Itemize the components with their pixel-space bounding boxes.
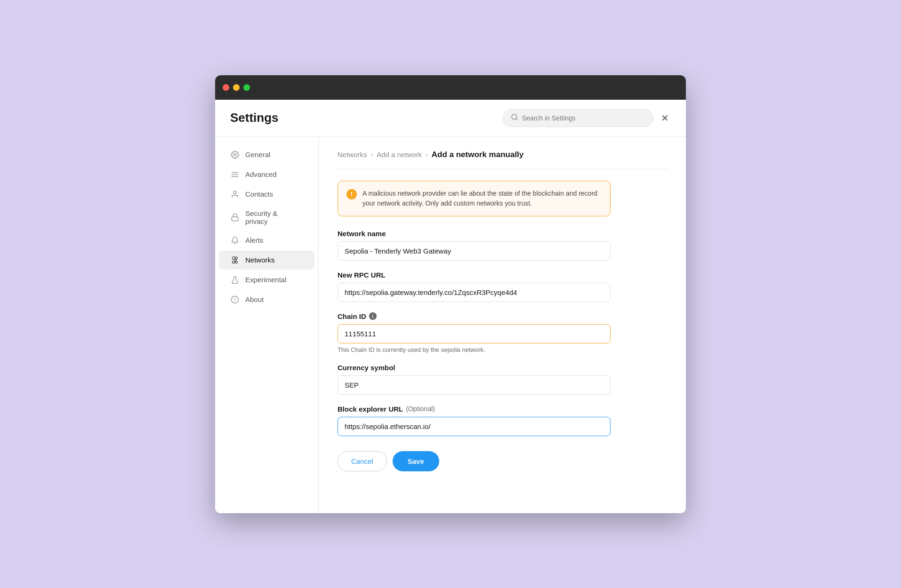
person-icon	[230, 190, 240, 199]
lock-icon	[230, 213, 240, 222]
breadcrumb: Networks › Add a network › Add a network…	[338, 150, 667, 169]
info-icon	[230, 295, 240, 304]
svg-line-12	[234, 259, 235, 262]
network-icon	[230, 255, 240, 265]
main-content: Networks › Add a network › Add a network…	[319, 137, 686, 513]
block-explorer-optional: (Optional)	[406, 405, 434, 413]
sidebar-label-contacts: Contacts	[245, 190, 273, 198]
chain-id-hint: This Chain ID is currently used by the s…	[338, 346, 611, 353]
sidebar-label-networks: Networks	[245, 256, 275, 264]
currency-symbol-group: Currency symbol	[338, 364, 611, 395]
sidebar-item-alerts[interactable]: Alerts	[219, 231, 314, 250]
svg-point-2	[234, 153, 236, 156]
chain-id-info-icon[interactable]: i	[369, 312, 377, 320]
bell-icon	[230, 236, 240, 245]
svg-rect-7	[232, 217, 238, 221]
sidebar-label-advanced: Advanced	[245, 170, 277, 178]
minimize-button[interactable]	[233, 84, 240, 91]
block-explorer-group: Block explorer URL (Optional)	[338, 405, 611, 436]
rpc-url-input[interactable]	[338, 283, 611, 302]
warning-icon: !	[346, 189, 357, 199]
search-input[interactable]	[522, 114, 645, 122]
sidebar-label-about: About	[245, 295, 264, 303]
sidebar-item-advanced[interactable]: Advanced	[219, 165, 314, 184]
sidebar-item-general[interactable]: General	[219, 145, 314, 164]
rpc-url-group: New RPC URL	[338, 271, 611, 302]
search-icon	[511, 113, 518, 123]
sidebar-item-security[interactable]: Security & privacy	[219, 205, 314, 230]
lines-icon	[230, 170, 240, 179]
flask-icon	[230, 275, 240, 285]
network-name-input[interactable]	[338, 241, 611, 261]
sidebar-item-experimental[interactable]: Experimental	[219, 270, 314, 289]
breadcrumb-part-1: Networks	[338, 151, 367, 159]
sidebar-item-networks[interactable]: Networks	[219, 251, 314, 270]
sidebar-label-experimental: Experimental	[245, 276, 287, 284]
network-name-group: Network name	[338, 230, 611, 261]
gear-icon	[230, 150, 240, 159]
sidebar-label-security: Security & privacy	[245, 209, 277, 225]
header: Settings ✕	[215, 100, 686, 137]
sidebar-item-about[interactable]: About	[219, 290, 314, 309]
maximize-button[interactable]	[243, 84, 250, 91]
currency-symbol-label: Currency symbol	[338, 364, 611, 372]
breadcrumb-current: Add a network manually	[432, 150, 524, 159]
svg-point-6	[233, 191, 236, 194]
sidebar-label-alerts: Alerts	[245, 236, 263, 244]
svg-line-1	[516, 119, 517, 120]
breadcrumb-sep-2: ›	[426, 151, 428, 159]
page-title: Settings	[230, 111, 279, 125]
breadcrumb-sep-1: ›	[371, 151, 373, 159]
save-button[interactable]: Save	[393, 451, 439, 471]
chain-id-input[interactable]	[338, 324, 611, 343]
breadcrumb-part-2: Add a network	[377, 151, 422, 159]
app-window: Settings ✕	[215, 75, 686, 513]
block-explorer-input[interactable]	[338, 417, 611, 436]
sidebar-item-contacts[interactable]: Contacts	[219, 185, 314, 204]
close-button[interactable]	[223, 84, 229, 91]
form-actions: Cancel Save	[338, 451, 667, 471]
header-right: ✕	[503, 109, 671, 127]
svg-point-10	[233, 261, 235, 263]
network-name-label: Network name	[338, 230, 611, 238]
app-body: Settings ✕	[215, 100, 686, 513]
rpc-url-label: New RPC URL	[338, 271, 611, 279]
block-explorer-label: Block explorer URL (Optional)	[338, 405, 611, 413]
cancel-button[interactable]: Cancel	[338, 451, 387, 471]
currency-symbol-input[interactable]	[338, 375, 611, 395]
content-area: General Advanced	[215, 137, 686, 513]
warning-box: ! A malicious network provider can lie a…	[338, 181, 611, 216]
warning-text: A malicious network provider can lie abo…	[362, 189, 602, 208]
sidebar: General Advanced	[215, 137, 319, 513]
titlebar	[215, 75, 686, 100]
sidebar-label-general: General	[245, 151, 270, 159]
search-box	[503, 109, 653, 127]
chain-id-group: Chain ID i This Chain ID is currently us…	[338, 312, 611, 353]
chain-id-label: Chain ID i	[338, 312, 611, 320]
window-close-button[interactable]: ✕	[659, 111, 671, 125]
